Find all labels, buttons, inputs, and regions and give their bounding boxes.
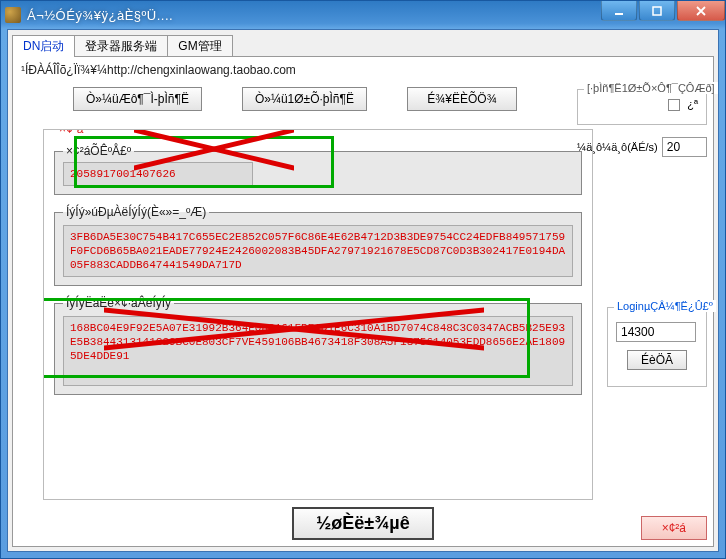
auto-restart-group: [·þÌñ¶Ë1Ø±Õ×Ô¶¯ÇÔÆð] ¿ª <box>577 89 707 125</box>
account-legend: ×¢²áÕÊºÅ£º <box>63 144 134 158</box>
auto-restart-checkbox[interactable] <box>668 99 680 111</box>
svg-rect-1 <box>653 7 661 15</box>
account-fieldset: ×¢²áÕÊºÅ£º 2058917001407626 <box>54 144 582 195</box>
tab-strip: DN启动 登录器服务端 GM管理 <box>12 34 714 56</box>
registration-legend: ×¢²á <box>56 129 86 136</box>
tab-content: ¹ÍÐÀÁÎÎõ¿Ïï¾¥¼http://chengxinlaowang.tao… <box>12 56 714 547</box>
auto-restart-legend: [·þÌñ¶Ë1Ø±Õ×Ô¶¯ÇÔÆð] <box>584 82 718 94</box>
regcode-fieldset: ÍýÍýËâËë×¢·áÂëÍýÍý 168BC04E9F92E5A07E319… <box>54 296 582 395</box>
account-hex[interactable]: 2058917001407626 <box>63 162 253 186</box>
client-area: DN启动 登录器服务端 GM管理 ¹ÍÐÀÁÎÎõ¿Ïï¾¥¼http://ch… <box>7 29 719 552</box>
app-icon <box>5 7 21 23</box>
registration-panel: ×¢²á DN ×¢²áÕÊºÅ£º 2058917001407626 ÍýÍý… <box>43 129 593 500</box>
interval-input[interactable]: 20 <box>662 137 707 157</box>
shop-url-label: ¹ÍÐÀÁÎÎõ¿Ïï¾¥¼http://chengxinlaowang.tao… <box>13 57 713 83</box>
register-button[interactable]: ×¢²á <box>641 516 707 540</box>
titlebar[interactable]: Á¬½ÓÉý¾¥ÿ¿àÈ§ºÜ.... <box>1 1 725 29</box>
stop-services-button[interactable]: Ò»¼ü1Ø±Õ·þÌñ¶Ë <box>242 87 367 111</box>
close-icon <box>695 5 707 17</box>
minimize-icon <box>613 5 625 17</box>
close-button[interactable] <box>677 1 725 21</box>
tab-dn-start[interactable]: DN启动 <box>12 35 75 57</box>
maximize-icon <box>651 5 663 17</box>
window-frame: Á¬½ÓÉý¾¥ÿ¿àÈ§ºÜ.... DN启动 登录器服务端 GM管理 ¹ÍÐ… <box>0 0 726 559</box>
login-port-legend: LoginµÇÂ¼¶Ë¿Û£º <box>614 300 716 312</box>
enter-shop-button[interactable]: ½øÈë±¾µê <box>292 507 433 540</box>
bottom-row: ½øÈë±¾µê ×¢²á <box>13 507 713 540</box>
login-port-input[interactable]: 14300 <box>616 322 696 342</box>
minimize-button[interactable] <box>601 1 637 21</box>
auto-restart-label: ¿ª <box>687 98 698 110</box>
start-services-button[interactable]: Ò»¼üÆô¶¯Ì-þÌñ¶Ë <box>73 87 202 111</box>
machine-legend: ÍýÍý»úÐµÀëÍýÍý(È«»=_ºÆ) <box>63 205 209 219</box>
interval-row: ¼ä¸ô¼ä¸ô(ÄÉ/s) 20 <box>577 137 707 157</box>
machine-fieldset: ÍýÍý»úÐµÀëÍýÍý(È«»=_ºÆ) 3FB6DA5E30C754B4… <box>54 205 582 286</box>
regcode-hex[interactable]: 168BC04E9F92E5A07E31992B364E08C161FBE1D1… <box>63 316 573 386</box>
machine-hex[interactable]: 3FB6DA5E30C754B417C655EC2E852C057F6C86E4… <box>63 225 573 277</box>
maximize-button[interactable] <box>639 1 675 21</box>
login-port-group: LoginµÇÂ¼¶Ë¿Û£º 14300 ÉèÖÃ <box>607 307 707 387</box>
tab-gm-admin[interactable]: GM管理 <box>167 35 232 57</box>
svg-rect-0 <box>615 13 623 15</box>
tab-login-server[interactable]: 登录器服务端 <box>74 35 168 57</box>
regcode-legend: ÍýÍýËâËë×¢·áÂëÍýÍý <box>63 296 174 310</box>
delete-log-button[interactable]: É¾¥ËÈÕÖ¾ <box>407 87 517 111</box>
login-port-set-button[interactable]: ÉèÖÃ <box>627 350 687 370</box>
